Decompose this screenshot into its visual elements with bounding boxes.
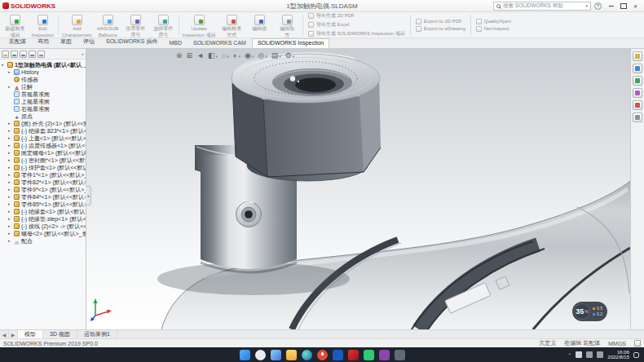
featuremanager-tree-icon[interactable] — [2, 51, 9, 58]
expander-icon[interactable] — [2, 61, 6, 68]
tab-model[interactable]: 模型 — [18, 330, 43, 338]
expander-icon[interactable] — [8, 193, 12, 201]
update-inspection-project-button[interactable]: Update Inspection 项目 — [181, 13, 218, 37]
tree-item-component[interactable]: 零件84*<1> (默认<<默认>_显示状... — [2, 193, 86, 201]
expander-icon[interactable] — [8, 208, 12, 215]
propertymanager-icon[interactable] — [11, 51, 18, 58]
qualityxpert-item[interactable]: QualityXpert — [476, 19, 511, 24]
export-to-2d-pdf-item[interactable]: Export to 2D PDF — [416, 19, 465, 24]
previous-view-button[interactable]: ◄ — [195, 51, 205, 61]
tree-item-component[interactable]: 螺母<2> (默认<<默认>_显示状态... — [2, 230, 86, 237]
solidworks-taskbar-icon[interactable] — [348, 350, 359, 360]
displaymanager-icon[interactable] — [37, 51, 45, 58]
tree-root-assembly[interactable]: 1型加触热电偶 (默认<默认_显示状态-1... — [2, 61, 86, 68]
expander-icon[interactable] — [8, 127, 12, 135]
tree-item-front-plane[interactable]: 前视基准面 — [2, 90, 86, 98]
office-icon[interactable] — [333, 350, 343, 360]
tree-item-component[interactable]: (-) 绝缘套<1> (默认<默认>_显示状... — [2, 208, 86, 215]
section-view-button[interactable]: ◧ — [206, 51, 219, 61]
edit-appearance-button[interactable]: ◎ — [256, 51, 268, 61]
ime-indicator-icon[interactable] — [597, 351, 603, 358]
expander-icon[interactable] — [8, 120, 12, 127]
new-inspection-project-button[interactable]: 新建检查 项目 — [2, 13, 29, 37]
browser-icon[interactable] — [317, 350, 328, 360]
view-settings-button[interactable]: ⚙ — [284, 51, 297, 61]
search-dropdown-icon[interactable] — [585, 3, 588, 8]
tab-solidworks-inspection[interactable]: SOLIDWORKS Inspection — [252, 38, 329, 48]
3d-viewport[interactable]: ⊕ ⊞ ◄ ◧ ⌂ ◐ ◉ ◎ ▤ ⚙ — [86, 49, 630, 329]
add-characteristic-button[interactable]: Add Characteristic — [60, 13, 94, 37]
tree-item-component[interactable]: (-) 上盖<1> (默认<<默认>_显示状态... — [2, 135, 86, 142]
expander-icon[interactable] — [8, 68, 12, 76]
zoom-area-button[interactable]: ⊞ — [185, 51, 195, 61]
tab-solidworks-cam[interactable]: SOLIDWORKS CAM — [187, 38, 252, 48]
tree-item-sensors[interactable]: 传感器 — [2, 76, 86, 83]
solidworks-logo[interactable]: SOLIDWORKS — [2, 2, 55, 10]
appearances-scenes-icon[interactable] — [633, 100, 642, 110]
tab-sketch[interactable]: 草图 — [55, 36, 77, 48]
expander-icon[interactable] — [8, 149, 12, 157]
tab-motion-study[interactable]: 运动算例1 — [77, 330, 117, 338]
tree-item-component[interactable]: (固) 外壳 (2)<1> (默认<<默认>_显示状... — [2, 120, 86, 127]
tab-scroll-left-icon[interactable] — [0, 330, 9, 338]
tree-item-component[interactable]: 零件82*<1> (默认<<默认>_显示状... — [2, 179, 86, 186]
zoom-fit-button[interactable]: ⊕ — [174, 51, 184, 61]
settings-icon[interactable] — [395, 350, 405, 360]
network-icon[interactable] — [576, 351, 582, 358]
tree-item-history[interactable]: History — [2, 68, 86, 76]
hide-show-items-button[interactable]: ◉ — [243, 51, 255, 61]
view-orientation-button[interactable]: ⌂ — [220, 51, 231, 61]
tray-expand-icon[interactable] — [567, 352, 571, 358]
edge-icon[interactable] — [302, 350, 312, 360]
taskbar-search-icon[interactable] — [255, 350, 266, 360]
custom-properties-icon[interactable] — [633, 113, 642, 122]
tab-3d-views[interactable]: 3D 视图 — [43, 330, 77, 338]
expander-icon[interactable] — [8, 179, 12, 186]
tree-item-annotations[interactable]: 注解 — [2, 83, 86, 90]
tab-evaluate[interactable]: 评估 — [77, 36, 100, 48]
edit-extract-button[interactable]: 编辑取 方 — [274, 13, 301, 37]
expander-icon[interactable] — [8, 230, 12, 237]
close-button[interactable] — [629, 1, 642, 11]
tree-item-mates[interactable]: 配合 — [2, 237, 86, 245]
expander-icon[interactable] — [8, 157, 12, 164]
task-view-icon[interactable] — [271, 350, 281, 360]
notification-center-icon[interactable] — [633, 352, 639, 358]
has-sub-balloons-button[interactable]: HAS/SUB Balloons — [95, 13, 121, 37]
tree-item-component[interactable]: (-) 保护套<1> (默认<<默认>_显示状... — [2, 164, 86, 171]
status-pane-icon[interactable] — [634, 340, 641, 347]
volume-icon[interactable] — [586, 351, 593, 358]
tree-item-component[interactable]: (-) 接线 (2)<2> -> (默认<<默认>... — [2, 223, 86, 230]
expander-icon[interactable] — [8, 223, 12, 230]
edit-value-button[interactable]: 编辑值 — [246, 13, 273, 37]
net-inspect-item[interactable]: Net-Inspect — [476, 26, 511, 32]
expander-icon[interactable] — [8, 135, 12, 142]
expander-icon[interactable] — [8, 201, 12, 208]
configurationmanager-icon[interactable] — [20, 51, 27, 58]
edit-inspection-method-button[interactable]: 编辑检查 方式 — [218, 13, 245, 37]
tree-item-component[interactable]: (-) 温度传感器<1> (默认<<默认>_显... — [2, 142, 86, 149]
tree-item-top-plane[interactable]: 上视基准面 — [2, 98, 86, 105]
start-button[interactable] — [240, 350, 250, 360]
export-excel-item[interactable]: 导出生成 Excel — [308, 21, 405, 29]
minimize-button[interactable] — [605, 1, 617, 11]
display-style-button[interactable]: ◐ — [232, 51, 242, 61]
dimxpertmanager-icon[interactable] — [29, 51, 36, 58]
expander-icon[interactable] — [8, 164, 12, 171]
apply-scene-button[interactable]: ▤ — [270, 51, 283, 61]
export-2d-pdf-item[interactable]: 导出生成 2D PDF — [308, 12, 405, 20]
tree-item-right-plane[interactable]: 右视基准面 — [2, 105, 86, 113]
expander-icon[interactable] — [8, 186, 12, 193]
sort-balloons-button[interactable]: 排序零件 序号 — [122, 13, 149, 37]
export-inspection-project-item[interactable]: 导出生成 SOLIDWORKS Inspection 项目 — [308, 30, 405, 38]
tree-item-component[interactable]: 固定螺母<1> (默认<<默认>_显示状... — [2, 149, 86, 157]
tab-layout[interactable]: 布局 — [32, 36, 55, 48]
design-library-icon[interactable] — [633, 64, 642, 73]
help-button[interactable]: ? — [594, 2, 602, 10]
expander-icon[interactable] — [8, 171, 12, 179]
tab-mbd[interactable]: MBD — [163, 38, 187, 48]
tree-item-component[interactable]: (-) 密封圈*<1> (默认<<默认>_显示状... — [2, 157, 86, 164]
tab-assembly[interactable]: 装配体 — [3, 36, 32, 48]
expander-icon[interactable] — [8, 237, 12, 245]
panel-overflow-icon[interactable] — [82, 51, 84, 56]
